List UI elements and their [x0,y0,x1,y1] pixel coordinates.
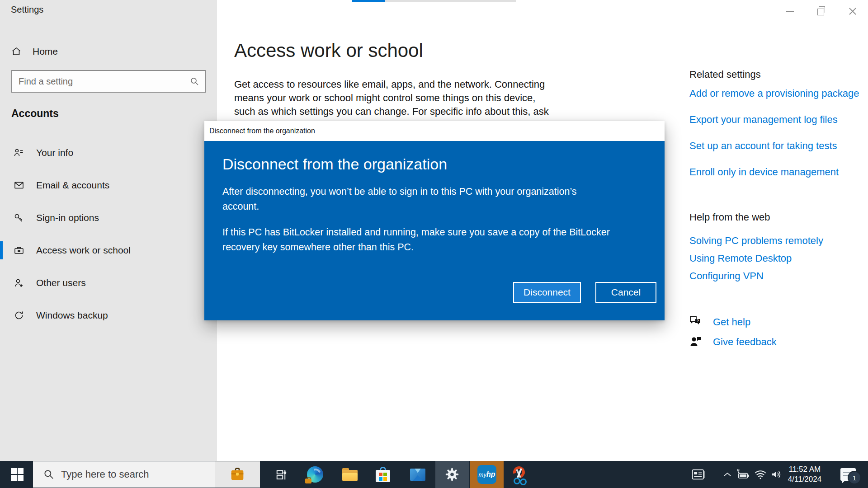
briefcase-icon [230,468,245,481]
taskbar-app-store[interactable] [366,461,400,488]
dialog-buttons: Disconnect Cancel [513,282,656,303]
dialog-paragraph: After disconnecting, you won’t be able t… [222,184,611,214]
settings-gear-icon [444,467,460,482]
minimize-button[interactable] [774,0,806,23]
restore-button[interactable] [806,0,837,23]
sidebar-item-windows-backup[interactable]: Windows backup [0,299,217,332]
chevron-up-icon [722,471,732,478]
link-test-account[interactable]: Set up an account for taking tests [689,140,837,152]
task-view-icon [275,468,289,481]
network-button[interactable] [752,461,769,488]
myhp-label-my: my [479,471,486,478]
sidebar-item-your-info[interactable]: Your info [0,136,217,169]
disconnect-button[interactable]: Disconnect [513,282,581,303]
taskbar-search-placeholder: Type here to search [61,469,215,480]
search-input[interactable] [12,76,189,87]
clock-time: 11:52 AM [789,465,821,474]
search-icon [43,469,55,480]
taskbar-app-settings[interactable] [435,461,469,488]
link-device-management[interactable]: Enroll only in device management [689,166,839,178]
window-caption-buttons [774,0,868,23]
sidebar-item-label: Home [33,46,58,57]
sidebar-item-label: Other users [36,277,86,288]
notification-badge: 1 [848,471,861,484]
link-provisioning-package[interactable]: Add or remove a provisioning package [689,88,859,99]
sidebar-item-sign-in-options[interactable]: Sign-in options [0,202,217,234]
settings-sidebar: Settings Home Accounts [0,0,217,461]
battery-button[interactable] [734,461,751,488]
feedback-person-icon [689,335,702,349]
related-settings-title: Related settings [689,69,761,80]
briefcase-icon [14,245,24,256]
dialog-titlebar-text: Disconnect from the organization [209,127,315,135]
get-help-row[interactable]: ? Get help [689,315,750,329]
file-explorer-icon [342,468,358,481]
task-view-button[interactable] [265,461,299,488]
chat-question-icon: ? [689,315,702,329]
disconnect-dialog: Disconnect from the organization Disconn… [204,121,665,320]
progress-strip-accent [352,0,385,2]
battery-charging-icon [736,468,750,481]
search-highlight-button[interactable] [215,461,260,488]
window-title: Settings [11,5,43,15]
link-remote-desktop[interactable]: Using Remote Desktop [689,253,792,264]
dialog-titlebar[interactable]: Disconnect from the organization [204,121,665,141]
sidebar-item-home[interactable]: Home [11,42,205,61]
close-button[interactable] [837,0,868,23]
sidebar-item-email-accounts[interactable]: Email & accounts [0,169,217,202]
tray-overflow-button[interactable] [720,461,735,488]
sidebar-item-other-users[interactable]: Other users [0,267,217,299]
volume-icon [769,468,783,481]
start-button[interactable] [5,461,29,488]
wifi-icon [754,469,767,480]
give-feedback-link[interactable]: Give feedback [713,336,777,348]
sidebar-nav: Your info Email & accounts [0,136,217,332]
sidebar-item-access-work-or-school[interactable]: Access work or school [0,234,217,267]
person-card-icon [14,147,24,158]
windows-logo-icon [11,468,24,481]
taskbar-app-edge[interactable] [298,461,332,488]
cancel-button[interactable]: Cancel [595,282,656,303]
description-line: such as which settings you can change. F… [234,105,549,118]
help-from-web-title: Help from the web [689,211,770,223]
key-icon [14,212,24,223]
sidebar-item-label: Your info [36,147,73,158]
page-title: Access work or school [234,40,423,61]
dialog-paragraph: If this PC has BitLocker installed and r… [222,225,611,255]
link-configuring-vpn[interactable]: Configuring VPN [689,270,764,282]
give-feedback-row[interactable]: Give feedback [689,335,777,349]
sidebar-item-label: Email & accounts [36,180,109,191]
search-icon[interactable] [189,76,199,86]
myhp-icon: myhp [477,465,496,484]
desktop-screen: Settings Home Accounts [0,0,868,488]
minimize-icon [786,11,794,12]
clock-date: 4/11/2024 [788,474,821,484]
news-widget-button[interactable] [687,461,710,488]
taskbar-app-file-explorer[interactable] [333,461,367,488]
sidebar-item-label: Access work or school [36,245,131,256]
home-icon [11,46,22,57]
link-export-logs[interactable]: Export your management log files [689,114,838,126]
link-solving-pc-problems[interactable]: Solving PC problems remotely [689,235,823,247]
notification-icon: 1 [840,468,856,481]
dialog-body: Disconnect from the organization After d… [204,141,665,320]
taskbar-app-snip[interactable] [503,461,537,488]
close-icon [849,7,857,15]
microsoft-store-icon [376,467,390,482]
edge-browser-icon [307,466,323,483]
restore-icon [817,9,824,15]
taskbar-search[interactable]: Type here to search [33,461,260,488]
taskbar-clock[interactable]: 11:52 AM 4/11/2024 [782,461,827,488]
snip-scissors-icon [511,465,528,483]
myhp-label-hp: hp [486,470,495,479]
sidebar-section-title: Accounts [11,108,59,120]
person-add-icon [14,277,24,288]
description-line: means your work or school might control … [234,91,549,105]
find-a-setting-searchbox[interactable] [11,70,206,93]
sidebar-item-label: Windows backup [36,310,108,321]
taskbar-app-mail[interactable] [401,461,434,488]
notification-center-button[interactable]: 1 [833,461,863,488]
get-help-link[interactable]: Get help [713,316,750,328]
svg-text:?: ? [697,319,699,323]
taskbar-app-myhp[interactable]: myhp [470,461,504,488]
